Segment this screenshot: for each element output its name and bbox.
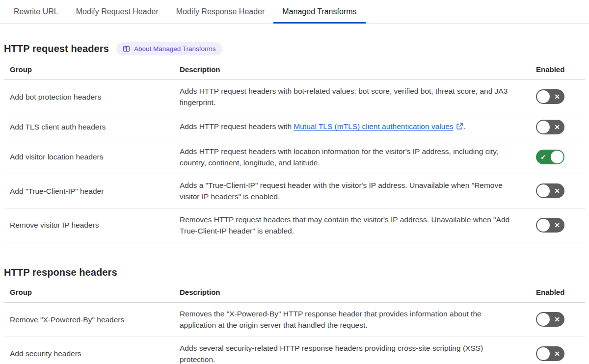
column-header-description: Description xyxy=(174,283,530,303)
toggle-add-bot-protection-headers[interactable]: ✕ xyxy=(536,89,564,104)
x-icon: ✕ xyxy=(554,187,560,194)
group-label: Add visitor location headers xyxy=(4,140,174,174)
x-icon: ✕ xyxy=(554,93,560,100)
toggle-knob xyxy=(537,347,550,360)
description-text: Adds HTTP request headers with location … xyxy=(174,140,530,174)
toggle-add-tls-client-auth-headers[interactable]: ✕ xyxy=(536,120,564,134)
group-label: Add bot protection headers xyxy=(4,80,174,114)
toggle-knob xyxy=(537,121,550,133)
toggle-knob xyxy=(537,184,550,197)
toggle-add-security-headers[interactable]: ✕ xyxy=(536,346,564,361)
badge-label: About Managed Transforms xyxy=(134,46,216,52)
x-icon: ✕ xyxy=(554,222,560,229)
group-label: Remove "X-Powered-By" headers xyxy=(4,303,174,337)
table-row: Remove "X-Powered-By" headers Removes th… xyxy=(4,303,585,337)
book-icon xyxy=(123,45,130,52)
external-link-icon xyxy=(456,122,463,133)
toggle-knob xyxy=(537,90,550,103)
group-label: Remove visitor IP headers xyxy=(4,208,174,242)
response-headers-section-head: HTTP response headers xyxy=(0,267,589,278)
tab-modify-response-header[interactable]: Modify Response Header xyxy=(167,0,274,24)
column-header-enabled: Enabled xyxy=(530,60,585,80)
table-row: Remove visitor IP headers Removes HTTP r… xyxy=(4,208,585,242)
toggle-knob xyxy=(537,313,550,326)
table-row: Add bot protection headers Adds HTTP req… xyxy=(4,80,585,114)
description-text: Removes the "X-Powered-By" HTTP response… xyxy=(174,303,530,337)
description-text: Adds HTTP request headers with Mutual TL… xyxy=(174,114,530,140)
response-headers-table: Group Description Enabled Remove "X-Powe… xyxy=(4,283,585,364)
x-icon: ✕ xyxy=(554,124,560,130)
group-label: Add "True-Client-IP" header xyxy=(4,174,174,208)
table-header-row: Group Description Enabled xyxy=(4,60,585,80)
table-row: Add security headers Adds several securi… xyxy=(4,337,585,364)
request-headers-section-head: HTTP request headers About Managed Trans… xyxy=(0,42,589,55)
tab-rewrite-url[interactable]: Rewrite URL xyxy=(5,0,67,24)
table-row: Add visitor location headers Adds HTTP r… xyxy=(4,140,585,174)
mutual-tls-mtls-client-authentication-values-link[interactable]: Mutual TLS (mTLS) client authentication … xyxy=(294,122,453,130)
description-text: Adds several security-related HTTP respo… xyxy=(174,337,530,364)
column-header-enabled: Enabled xyxy=(530,283,585,303)
description-text: Adds a "True-Client-IP" request header w… xyxy=(174,174,530,208)
request-headers-table: Group Description Enabled Add bot protec… xyxy=(4,60,585,242)
response-headers-title: HTTP response headers xyxy=(4,267,117,278)
column-header-group: Group xyxy=(4,60,174,80)
toggle-remove-visitor-ip-headers[interactable]: ✕ xyxy=(536,218,564,233)
column-header-group: Group xyxy=(4,283,174,303)
x-icon: ✕ xyxy=(554,350,560,357)
toggle-knob xyxy=(551,151,563,163)
column-header-description: Description xyxy=(174,60,530,80)
toggle-knob xyxy=(537,219,550,232)
about-managed-transforms-badge[interactable]: About Managed Transforms xyxy=(116,42,222,55)
group-label: Add TLS client auth headers xyxy=(4,114,174,140)
x-icon: ✕ xyxy=(554,316,560,323)
description-text: Removes HTTP request headers that may co… xyxy=(174,208,530,242)
tab-modify-request-header[interactable]: Modify Request Header xyxy=(67,0,167,24)
check-icon: ✓ xyxy=(540,154,546,160)
toggle-add-true-client-ip-header[interactable]: ✕ xyxy=(536,183,564,198)
toggle-remove-x-powered-by-headers[interactable]: ✕ xyxy=(536,312,564,327)
table-header-row: Group Description Enabled xyxy=(4,283,585,303)
table-row: Add TLS client auth headers Adds HTTP re… xyxy=(4,114,585,140)
toggle-add-visitor-location-headers[interactable]: ✓ xyxy=(536,150,564,164)
tab-bar: Rewrite URLModify Request HeaderModify R… xyxy=(0,0,589,24)
tab-managed-transforms[interactable]: Managed Transforms xyxy=(273,0,365,24)
request-headers-title: HTTP request headers xyxy=(4,43,109,54)
table-row: Add "True-Client-IP" header Adds a "True… xyxy=(4,174,585,208)
description-text: Adds HTTP request headers with bot-relat… xyxy=(174,80,530,114)
group-label: Add security headers xyxy=(4,337,174,364)
